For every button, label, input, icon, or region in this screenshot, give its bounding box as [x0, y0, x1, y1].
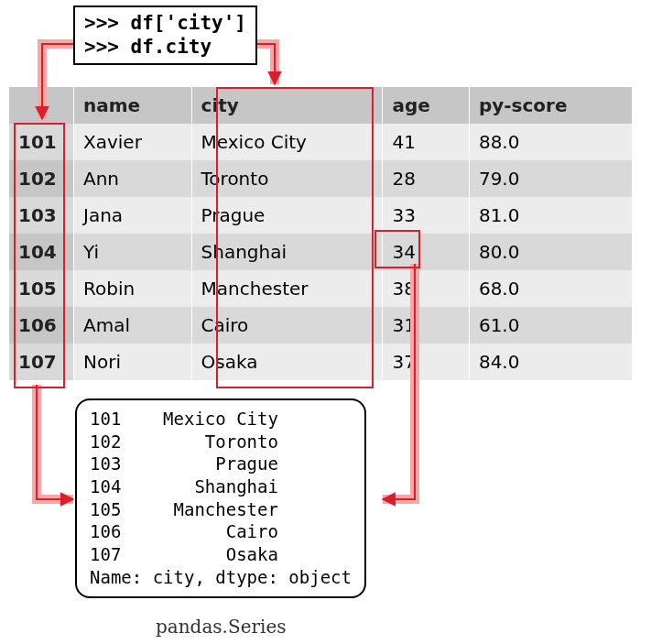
code-line-1: >>> df['city'] [84, 11, 246, 35]
code-input-box: >>> df['city'] >>> df.city [73, 5, 257, 37]
code-line-2: >>> df.city [84, 35, 246, 37]
